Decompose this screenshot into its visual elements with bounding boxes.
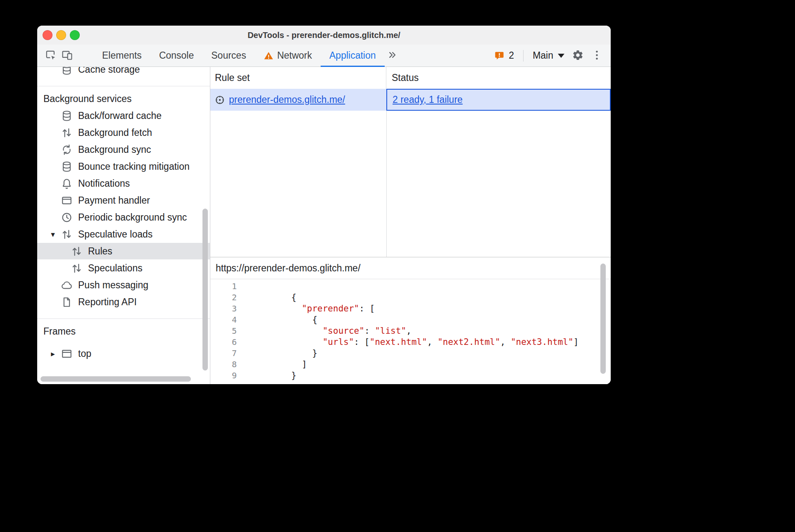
minimize-window-button[interactable]: [56, 30, 66, 40]
line-number: 1: [210, 281, 237, 292]
line-number: 7: [210, 348, 237, 359]
sidebar-item-rules[interactable]: Rules: [37, 243, 210, 259]
settings-button[interactable]: [569, 47, 586, 64]
issues-count: 2: [509, 50, 514, 61]
toggle-device-toolbar-button[interactable]: [59, 47, 75, 64]
sidebar-item-back-forward-cache[interactable]: Back/forward cache: [37, 107, 210, 124]
sidebar-item-bounce-tracking-mitigation[interactable]: Bounce tracking mitigation: [37, 158, 210, 175]
warning-icon: [264, 51, 274, 61]
sidebar-item-background-fetch[interactable]: Background fetch: [37, 124, 210, 141]
sidebar-item-label: Bounce tracking mitigation: [78, 161, 190, 172]
execution-context-selector[interactable]: Main: [530, 50, 567, 61]
toolbar-right: 2 Main: [491, 47, 605, 64]
rule-set-row[interactable]: prerender-demos.glitch.me/2 ready, 1 fai…: [210, 89, 611, 111]
column-header-rule-set[interactable]: Rule set: [210, 67, 386, 89]
issues-button[interactable]: 2: [491, 50, 517, 61]
code-line: 4 {: [210, 314, 611, 325]
sidebar-item-payment-handler[interactable]: Payment handler: [37, 192, 210, 209]
rule-set-table-header: Rule set Status: [210, 67, 611, 89]
rule-set-source-viewer: 12 {3 "prerender": [4 {5 "source": "list…: [210, 280, 611, 384]
window-title: DevTools - prerender-demos.glitch.me/: [37, 26, 611, 45]
code-text: {: [237, 292, 297, 303]
tab-label: Network: [277, 50, 312, 61]
column-divider[interactable]: [386, 89, 387, 257]
code-text: }: [237, 370, 297, 381]
sidebar-horizontal-scrollbar[interactable]: [40, 376, 191, 382]
sidebar-section-title-frames: Frames: [37, 323, 210, 340]
sidebar-vertical-scrollbar[interactable]: [202, 209, 208, 370]
code-line: 1: [210, 281, 611, 292]
content-area: Cache storageBackground servicesBack/for…: [37, 67, 611, 384]
code-line: 3 "prerender": [: [210, 303, 611, 314]
collapse-arrow-icon[interactable]: ▸: [48, 349, 58, 359]
zoom-window-button[interactable]: [70, 30, 80, 40]
sidebar-item-speculations[interactable]: Speculations: [37, 260, 210, 276]
inspect-element-button[interactable]: [42, 47, 59, 64]
sidebar-item-label: Speculations: [88, 263, 143, 274]
device-toolbar-icon: [61, 49, 73, 62]
more-options-button[interactable]: [588, 47, 605, 64]
devtools-toolbar: ElementsConsoleSourcesNetworkApplication…: [37, 45, 611, 67]
sidebar-item-label: Cache storage: [78, 67, 140, 75]
up-down-arrows-icon: [70, 262, 83, 274]
column-header-status[interactable]: Status: [386, 67, 611, 89]
sidebar-item-reporting-api[interactable]: Reporting API: [37, 294, 210, 310]
line-number: 6: [210, 337, 237, 348]
rule-set-table: prerender-demos.glitch.me/2 ready, 1 fai…: [210, 89, 611, 111]
issues-icon: [494, 50, 505, 61]
speculative-loads-panel: Rule set Status prerender-demos.glitch.m…: [210, 67, 611, 384]
code-line: 6 "urls": ["next.html", "next2.html", "n…: [210, 337, 611, 348]
sidebar-tree: Cache storageBackground servicesBack/for…: [37, 67, 210, 362]
bell-icon: [60, 177, 73, 190]
execution-context-label: Main: [533, 50, 553, 61]
rule-set-url: https://prerender-demos.glitch.me/: [210, 257, 611, 279]
rule-set-cell[interactable]: prerender-demos.glitch.me/: [210, 89, 386, 111]
payment-card-icon: [60, 194, 73, 207]
sidebar-item-speculative-loads[interactable]: ▾Speculative loads: [37, 226, 210, 242]
sidebar-item-cache-storage[interactable]: Cache storage: [37, 67, 210, 78]
database-icon: [60, 160, 73, 173]
sidebar-item-background-sync[interactable]: Background sync: [37, 141, 210, 158]
desktop-background: { "window": { "title": "DevTools - prere…: [0, 0, 795, 532]
more-tabs-button[interactable]: [385, 49, 400, 62]
frame-icon: [60, 347, 73, 360]
titlebar: DevTools - prerender-demos.glitch.me/: [37, 26, 611, 45]
line-number: 4: [210, 314, 237, 325]
tab-elements[interactable]: Elements: [93, 45, 150, 67]
clock-icon: [60, 211, 73, 223]
cloud-icon: [60, 279, 73, 291]
sidebar-item-periodic-background-sync[interactable]: Periodic background sync: [37, 209, 210, 226]
sidebar-item-notifications[interactable]: Notifications: [37, 175, 210, 192]
inspect-icon: [45, 49, 57, 62]
sidebar-item-label: Push messaging: [78, 280, 148, 291]
kebab-menu-icon: [591, 49, 603, 62]
sidebar-item-top[interactable]: ▸top: [37, 345, 210, 362]
code-vertical-scrollbar[interactable]: [600, 264, 606, 374]
close-window-button[interactable]: [43, 30, 52, 40]
sidebar-item-label: Back/forward cache: [78, 110, 162, 121]
code-line: 8 ]: [210, 359, 611, 370]
code-text: [237, 281, 260, 292]
tab-application[interactable]: Application: [321, 45, 385, 67]
code-text: {: [237, 314, 317, 325]
sidebar-item-label: Background sync: [78, 144, 151, 155]
line-number: 8: [210, 359, 237, 370]
database-icon: [60, 67, 73, 76]
sidebar-item-label: Speculative loads: [78, 229, 152, 240]
status-link[interactable]: 2 ready, 1 failure: [393, 94, 463, 105]
tab-label: Elements: [102, 50, 142, 61]
rule-set-link[interactable]: prerender-demos.glitch.me/: [229, 94, 345, 105]
up-down-arrows-icon: [70, 245, 83, 257]
code-text: ]: [237, 359, 307, 370]
dropdown-caret-icon: [558, 54, 564, 58]
line-number: 5: [210, 325, 237, 337]
status-cell[interactable]: 2 ready, 1 failure: [386, 89, 611, 111]
tab-network[interactable]: Network: [255, 45, 321, 67]
sidebar-item-label: Periodic background sync: [78, 212, 187, 223]
expand-arrow-icon[interactable]: ▾: [48, 230, 58, 239]
tab-sources[interactable]: Sources: [202, 45, 255, 67]
tab-console[interactable]: Console: [150, 45, 202, 67]
sidebar-item-push-messaging[interactable]: Push messaging: [37, 277, 210, 293]
tab-label: Application: [329, 50, 376, 61]
code-line: 9 }: [210, 370, 611, 381]
